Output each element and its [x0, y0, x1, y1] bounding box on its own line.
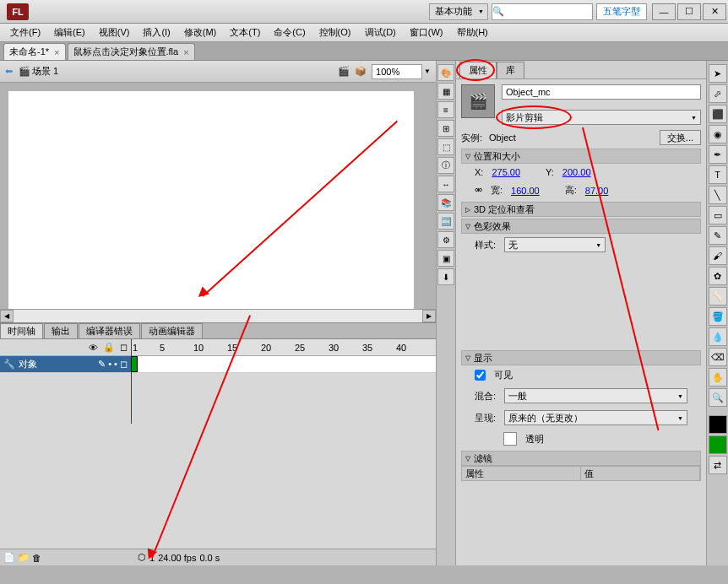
visibility-icon[interactable]: 👁 — [89, 343, 98, 353]
search-input[interactable]: 🔍 — [492, 3, 593, 20]
panel-icon[interactable]: ⬇ — [437, 268, 454, 285]
edit-scene-icon[interactable]: 🎬 — [338, 66, 350, 77]
stage-area[interactable]: ✈️ — [0, 83, 436, 309]
section-filters[interactable]: ▽滤镜 — [461, 451, 701, 466]
collapsed-panels-strip: 🎨 ▦ ≡ ⊞ ⬚ ⓘ ↔ 📚 🔤 ⚙ ▣ ⬇ — [436, 61, 456, 565]
layer-row[interactable]: 🔧 对象 ✎ • • ◻ — [0, 356, 131, 372]
menu-debug[interactable]: 调试(D) — [358, 26, 403, 39]
pencil-tool[interactable]: ✎ — [709, 226, 727, 245]
menu-commands[interactable]: 命令(C) — [267, 26, 312, 39]
frames-track[interactable] — [131, 356, 436, 372]
stage[interactable]: ✈️ — [8, 91, 414, 309]
brush-tool[interactable]: 🖌 — [709, 246, 727, 265]
tab-library[interactable]: 库 — [497, 62, 524, 78]
scroll-left-icon[interactable]: ◀ — [0, 310, 14, 322]
panel-icon[interactable]: ⚙ — [437, 231, 454, 248]
text-tool[interactable]: T — [709, 165, 727, 184]
subselection-tool[interactable]: ⬀ — [709, 84, 727, 103]
width-value[interactable]: 160.00 — [511, 186, 540, 196]
panel-icon[interactable]: ⊞ — [437, 120, 454, 137]
render-dropdown[interactable]: 原来的（无更改） — [504, 410, 687, 425]
eraser-tool[interactable]: ⌫ — [709, 348, 727, 366]
close-button[interactable]: ✕ — [703, 3, 726, 20]
hand-tool[interactable]: ✋ — [709, 368, 727, 387]
tab-properties[interactable]: 属性 — [459, 62, 497, 78]
panel-icon[interactable]: ≡ — [437, 101, 454, 118]
edit-symbol-icon[interactable]: 📦 — [355, 66, 367, 77]
color-style-dropdown[interactable]: 无 — [504, 237, 606, 252]
outline-icon[interactable]: ◻ — [120, 342, 128, 353]
swap-colors-icon[interactable]: ⇄ — [709, 456, 727, 474]
instance-value: Object — [489, 132, 516, 143]
transparent-swatch[interactable] — [503, 432, 517, 446]
section-color[interactable]: ▽色彩效果 — [461, 219, 701, 234]
menu-file[interactable]: 文件(F) — [3, 26, 47, 39]
minimize-button[interactable]: — — [652, 3, 676, 20]
tab-timeline[interactable]: 时间轴 — [0, 323, 43, 338]
rect-tool[interactable]: ▭ — [709, 206, 727, 224]
tab-compiler[interactable]: 编译器错误 — [79, 323, 140, 338]
menu-control[interactable]: 控制(O) — [312, 26, 358, 39]
blend-dropdown[interactable]: 一般 — [504, 388, 687, 403]
section-3d[interactable]: ▷3D 定位和查看 — [461, 202, 701, 217]
menu-edit[interactable]: 编辑(E) — [47, 26, 92, 39]
document-tab-1[interactable]: 未命名-1*× — [3, 43, 66, 60]
lock-ratio-icon[interactable]: ⚮ — [475, 185, 482, 196]
keyframe-1[interactable] — [131, 356, 138, 372]
maximize-button[interactable]: ☐ — [677, 3, 701, 20]
lock-icon[interactable]: 🔒 — [103, 342, 115, 353]
new-layer-icon[interactable]: 📄 — [3, 552, 15, 563]
stroke-color[interactable] — [709, 415, 727, 434]
zoom-input[interactable]: 100% — [372, 64, 422, 79]
panel-icon[interactable]: 📚 — [437, 194, 454, 211]
y-value[interactable]: 200.00 — [562, 167, 591, 177]
section-display[interactable]: ▽显示 — [461, 350, 701, 365]
selection-tool[interactable]: ➤ — [709, 64, 727, 83]
bucket-tool[interactable]: 🪣 — [709, 307, 727, 326]
delete-layer-icon[interactable]: 🗑 — [32, 553, 41, 563]
menu-modify[interactable]: 修改(M) — [177, 26, 224, 39]
panel-icon[interactable]: ▦ — [437, 83, 454, 100]
fill-color[interactable] — [709, 435, 727, 454]
menu-window[interactable]: 窗口(W) — [403, 26, 450, 39]
line-tool[interactable]: ╲ — [709, 186, 727, 204]
eyedropper-tool[interactable]: 💧 — [709, 327, 727, 346]
zoom-tool[interactable]: 🔍 — [709, 388, 727, 407]
section-position[interactable]: ▽位置和大小 — [461, 149, 701, 164]
x-value[interactable]: 275.00 — [492, 167, 520, 177]
height-value[interactable]: 87.00 — [585, 186, 609, 196]
workspace-dropdown[interactable]: 基本功能 — [429, 3, 488, 20]
tab-output[interactable]: 输出 — [44, 323, 78, 338]
transform-tool[interactable]: ⬛ — [709, 105, 727, 123]
panel-icon[interactable]: 🎨 — [437, 64, 454, 81]
new-folder-icon[interactable]: 📁 — [18, 552, 30, 563]
close-tab-icon[interactable]: × — [183, 47, 188, 57]
close-tab-icon[interactable]: × — [54, 47, 59, 57]
menu-view[interactable]: 视图(V) — [92, 26, 137, 39]
menu-text[interactable]: 文本(T) — [223, 26, 267, 39]
onion-skin-icon[interactable]: ⬡ — [138, 552, 146, 563]
bone-tool[interactable]: 🦴 — [709, 287, 727, 306]
symbol-type-dropdown[interactable]: 影片剪辑 — [502, 110, 701, 125]
panel-icon[interactable]: ⓘ — [437, 157, 454, 174]
panel-icon[interactable]: ↔ — [437, 176, 454, 192]
deco-tool[interactable]: ✿ — [709, 267, 727, 285]
swap-button[interactable]: 交换... — [660, 130, 701, 145]
menu-help[interactable]: 帮助(H) — [450, 26, 495, 39]
lasso-tool[interactable]: ◉ — [709, 125, 727, 143]
panel-icon[interactable]: ⬚ — [437, 138, 454, 155]
visible-checkbox[interactable] — [475, 370, 486, 381]
pen-tool[interactable]: ✒ — [709, 145, 727, 164]
instance-name-input[interactable]: Object_mc — [502, 84, 701, 100]
back-icon[interactable]: ⬅ — [5, 66, 19, 77]
document-tab-2[interactable]: 鼠标点击决定对象位置.fla× — [68, 43, 195, 60]
stage-scrollbar[interactable]: ◀ ▶ — [0, 309, 436, 322]
tab-motion[interactable]: 动画编辑器 — [141, 323, 203, 338]
panel-icon[interactable]: ▣ — [437, 250, 454, 267]
scroll-right-icon[interactable]: ▶ — [422, 310, 436, 322]
panel-icon[interactable]: 🔤 — [437, 213, 454, 230]
playhead[interactable] — [131, 339, 132, 424]
zoom-dropdown-icon[interactable]: ▼ — [424, 68, 431, 75]
timeline-ruler[interactable]: 1 5 10 15 20 25 30 35 40 — [131, 339, 436, 355]
menu-insert[interactable]: 插入(I) — [136, 26, 177, 39]
